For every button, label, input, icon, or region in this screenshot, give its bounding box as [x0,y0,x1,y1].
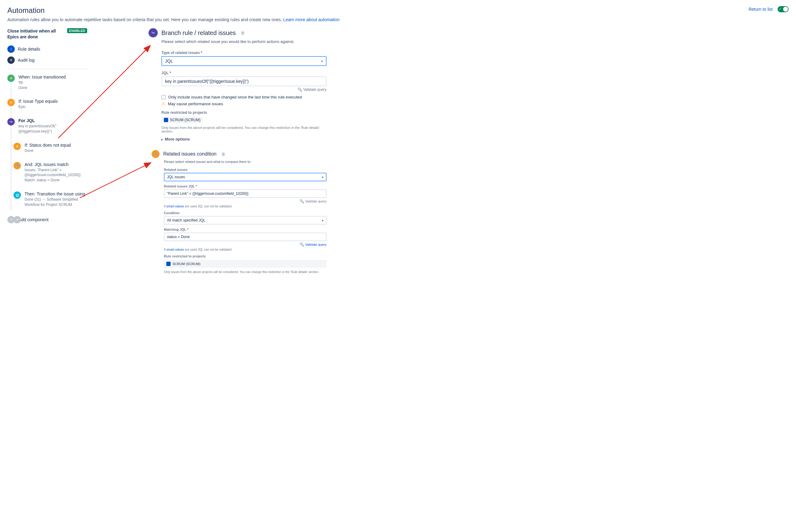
step-action-transition[interactable]: ▤ Then: Transition the issue using Done … [7,191,87,207]
warn-text: May cause performance issues [168,101,223,106]
chevron-down-icon: ▾ [321,59,323,63]
rule-enabled-toggle[interactable]: ✓ [778,6,789,12]
panel-desc: Please select which related issue you wo… [162,39,326,44]
checkbox-only-changed[interactable] [162,95,166,99]
validate-query-link[interactable]: Validate query [305,200,326,203]
panel-desc2: Please select related issues and what to… [164,160,326,164]
step-condition-jqlmatch[interactable]: 🔗 And: JQL issues match Issues: "Parent … [7,162,87,183]
panel-title-related-cond: Related issues condition [163,151,216,157]
learn-more-link[interactable]: Learn more about automation [283,17,340,22]
list-icon: ≡ [7,56,15,64]
return-to-list-link[interactable]: Return to list [748,7,773,12]
label-matching-jql: Matching JQL * [164,228,326,231]
trash-icon[interactable]: 🗑 [221,152,226,156]
label-restricted: Rule restricted to projects [164,254,326,258]
project-badge-icon [164,118,168,122]
select-type-related[interactable]: JQL ▾ [162,56,326,66]
panel-title-branch: Branch rule / related issues [162,30,236,37]
chevron-down-icon: ▾ [322,219,323,222]
smart-values-note: If smart-values are used JQL can not be … [164,248,326,251]
status-badge: ENABLED [67,28,87,33]
label-jql: JQL * [162,71,326,75]
restricted-hint: Only issues from the above projects will… [164,270,326,274]
project-chip: SCRUM (SCRUM) [162,117,203,124]
restricted-hint: Only issues from the above projects will… [162,126,326,133]
chevron-right-icon: ▸ [162,138,163,141]
search-icon: 🔍 [300,242,304,247]
step-condition-status[interactable]: ✕ If: Status does not equal Done [7,142,87,153]
smart-values-note: If smart-values are used JQL can not be … [164,205,326,208]
search-icon: 🔍 [300,199,304,204]
input-jql[interactable] [162,76,326,86]
select-related-issues[interactable]: JQL issues ▾ [164,173,326,181]
label-type-related: Type of related issues * [162,51,326,55]
chevron-down-icon: ▾ [322,175,323,179]
trash-icon[interactable]: 🗑 [241,31,245,35]
branch-icon: ↪ [149,28,158,37]
more-options-toggle[interactable]: ▸More options [162,137,326,141]
label-restricted: Rule restricted to projects [162,111,326,115]
smart-values-link[interactable]: smart-values [166,248,184,251]
check-icon: ✓ [779,7,781,11]
page-subtitle: Automation rules allow you to automate r… [7,17,789,22]
shuffle-icon: ✕ [7,99,15,106]
trigger-icon: ⚡ [7,75,15,82]
validate-query-link[interactable]: Validate query [303,88,326,92]
branch-icon: ↪ [7,118,15,126]
project-badge-icon [166,262,171,266]
link-icon: 🔗 [14,162,21,169]
input-matching-jql[interactable] [164,232,326,241]
shuffle-icon: ✕ [14,142,21,150]
search-icon: 🔍 [298,88,302,92]
link-icon: 🔗 [152,150,159,158]
step-trigger[interactable]: ⚡ When: Issue transitioned TO Done [7,75,87,91]
info-icon: i [7,45,15,53]
rule-name: Close Initiative when all Epics are done [7,28,59,40]
action-icon: ▤ [14,191,21,199]
nav-audit-log[interactable]: ≡ Audit log [7,55,87,66]
nav-rule-details[interactable]: i Rule details [7,43,87,55]
label-condition: Condition [164,211,326,215]
page-title: Automation [7,6,44,15]
warning-icon: ⚠ [162,101,165,106]
label-only-changed: Only include issues that have changed si… [168,95,302,99]
label-related-jql: Related issues JQL * [164,184,326,188]
step-branch-jql[interactable]: ↪ For JQL key in parentIssuesOf(" {{trig… [7,118,87,134]
select-condition[interactable]: All match specified JQL ▾ [164,216,326,225]
input-related-jql[interactable] [164,189,326,198]
project-box: SCRUM (SCRUM) [164,260,326,268]
plus-icon: + [14,216,21,223]
label-related-issues: Related issues [164,168,326,171]
smart-values-link[interactable]: smart-values [166,205,184,208]
validate-query-link[interactable]: Validate query [305,243,326,246]
step-condition-issuetype[interactable]: ✕ If: Issue Type equals Epic [7,99,87,110]
